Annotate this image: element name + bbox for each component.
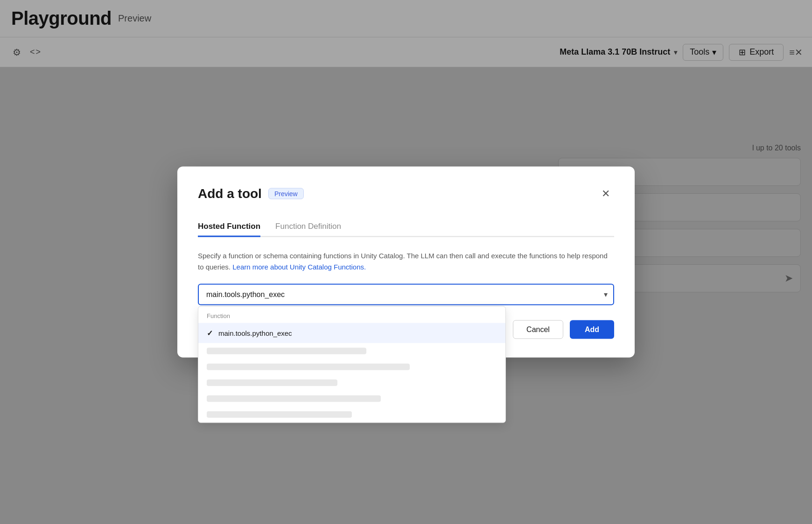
loading-bar-1 [207, 348, 366, 354]
function-dropdown: Function ✓ main.tools.python_exec [198, 306, 506, 423]
tab-hosted-function[interactable]: Hosted Function [198, 217, 260, 237]
modal-description: Specify a function or schema containing … [198, 250, 614, 273]
tab-function-definition[interactable]: Function Definition [275, 217, 341, 237]
modal-header: Add a tool Preview ✕ [198, 185, 614, 202]
modal-title: Add a tool [198, 186, 262, 201]
dropdown-loading-row-1 [198, 343, 505, 359]
loading-bar-2 [207, 364, 410, 370]
loading-bar-3 [207, 380, 337, 386]
modal-close-button[interactable]: ✕ [597, 185, 614, 202]
check-icon: ✓ [207, 329, 213, 338]
dropdown-loading-row-4 [198, 391, 505, 407]
dropdown-loading-row-3 [198, 375, 505, 391]
loading-bar-4 [207, 396, 381, 402]
dropdown-section-label: Function [198, 307, 505, 323]
loading-bar-5 [207, 411, 352, 418]
dropdown-loading-row-5 [198, 407, 505, 423]
cancel-button[interactable]: Cancel [513, 320, 563, 339]
function-input-wrapper: ▾ Function ✓ main.tools.python_exec [198, 284, 614, 305]
add-button[interactable]: Add [570, 320, 614, 339]
modal-tabs: Hosted Function Function Definition [198, 217, 614, 237]
dropdown-item-label: main.tools.python_exec [218, 329, 292, 337]
function-input[interactable] [198, 284, 614, 305]
learn-more-link[interactable]: Learn more about Unity Catalog Functions… [232, 263, 366, 271]
modal-title-row: Add a tool Preview [198, 186, 304, 201]
dropdown-loading-row-2 [198, 359, 505, 375]
modal-preview-badge: Preview [268, 188, 304, 199]
close-icon: ✕ [602, 188, 610, 200]
dropdown-item-python-exec[interactable]: ✓ main.tools.python_exec [198, 323, 505, 343]
add-tool-modal: Add a tool Preview ✕ Hosted Function Fun… [177, 167, 635, 358]
